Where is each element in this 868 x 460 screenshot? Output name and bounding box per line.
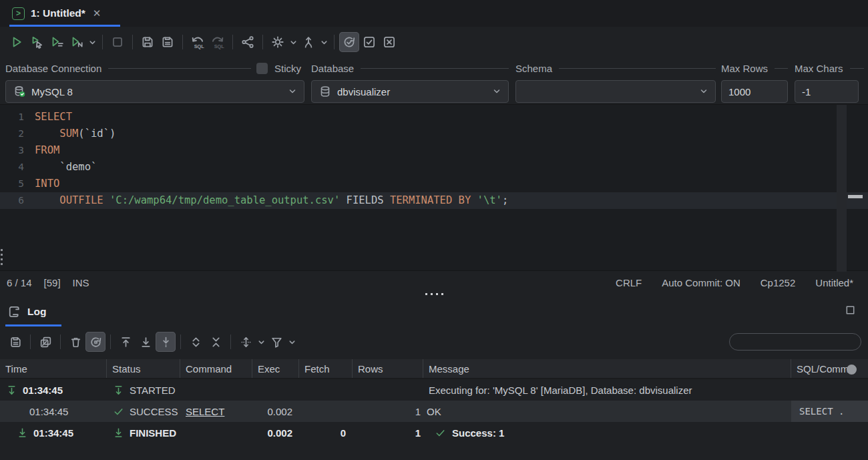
close-tab-icon[interactable]: ✕ xyxy=(91,7,103,19)
log-sql xyxy=(791,422,868,443)
error-stripe-current-mark[interactable] xyxy=(848,195,863,198)
toolbar-separator xyxy=(110,334,111,349)
caret-position: 6 / 14 xyxy=(7,277,32,288)
log-tab-title: Log xyxy=(27,306,46,318)
editor-tab-bar: > 1: Untitled* ✕ xyxy=(0,0,868,27)
database-field-label: Database xyxy=(311,63,509,74)
column-header-message[interactable]: Message xyxy=(423,359,791,378)
column-header-rows[interactable]: Rows xyxy=(353,359,423,378)
stop-icon xyxy=(110,35,125,49)
editor-line-4: 4 `demo` xyxy=(0,159,868,176)
label-rule xyxy=(559,68,716,69)
log-rows: 1 xyxy=(353,422,423,443)
row-spacing-chevron-icon[interactable] xyxy=(256,332,266,352)
execute-menu-chevron-icon[interactable] xyxy=(87,32,97,52)
tab-untitled[interactable]: > 1: Untitled* ✕ xyxy=(9,0,105,27)
encoding[interactable]: Cp1252 xyxy=(761,277,796,288)
sql-commander-toolbar: SQL SQL xyxy=(0,27,868,57)
filter-button[interactable] xyxy=(266,332,286,352)
log-tab-bar: Log xyxy=(0,299,868,326)
left-splitter-grip[interactable] xyxy=(1,249,3,265)
stop-button[interactable] xyxy=(107,32,128,52)
database-connection-icon xyxy=(13,85,26,98)
copy-log-button[interactable] xyxy=(35,332,55,352)
trash-icon xyxy=(69,335,83,349)
settings-chevron-icon[interactable] xyxy=(288,32,298,52)
log-rows: 1 xyxy=(353,401,423,422)
execute-script-button[interactable] xyxy=(47,32,67,52)
editor-scrollbar[interactable] xyxy=(837,105,847,272)
toolbar-separator xyxy=(232,35,233,49)
execute-current-button[interactable] xyxy=(27,32,47,52)
clear-log-button[interactable] xyxy=(65,332,85,352)
database-value: dbvisualizer xyxy=(337,86,487,97)
max-rows-control xyxy=(721,80,788,103)
splitter-handle[interactable] xyxy=(0,291,868,296)
maximize-panel-button[interactable] xyxy=(845,304,856,316)
commit-button[interactable] xyxy=(359,32,379,52)
sticky-checkbox[interactable] xyxy=(256,63,268,74)
column-header-exec[interactable]: Exec xyxy=(252,359,299,378)
rollback-button[interactable] xyxy=(379,32,399,52)
label-rule xyxy=(108,68,251,69)
log-row-finished[interactable]: 01:34:45 FINISHED 0.002 0 1 Success: 1 xyxy=(0,422,868,443)
settings-button[interactable] xyxy=(268,32,288,52)
undo-sql-icon: SQL xyxy=(189,34,206,50)
chevron-down-icon xyxy=(699,87,708,96)
tail-follow-toggle-button[interactable] xyxy=(156,332,176,352)
save-log-button[interactable] xyxy=(5,332,25,352)
database-select[interactable]: dbvisualizer xyxy=(311,80,509,103)
log-search-input[interactable] xyxy=(740,336,861,347)
log-command-link[interactable]: SELECT xyxy=(186,406,224,417)
auto-commit-toggle-button[interactable] xyxy=(339,32,359,52)
play-cursor-icon xyxy=(29,35,44,49)
log-status: STARTED xyxy=(130,385,176,396)
schema-select[interactable] xyxy=(515,80,716,103)
column-header-status[interactable]: Status xyxy=(107,359,180,378)
log-command xyxy=(180,379,252,401)
max-rows-input[interactable] xyxy=(728,86,781,97)
column-header-fetch[interactable]: Fetch xyxy=(299,359,353,378)
column-header-command[interactable]: Command xyxy=(180,359,252,378)
editor-line-5: 5 INTO xyxy=(0,176,868,192)
share-graph-button[interactable] xyxy=(238,32,258,52)
grid-settings-button[interactable] xyxy=(847,365,857,375)
sql-editor[interactable]: 1 SELECT 2 SUM(`id`) 3 FROM 4 `demo` 5 I… xyxy=(0,104,868,271)
expand-rows-button[interactable] xyxy=(186,332,206,352)
collapse-rows-button[interactable] xyxy=(206,332,226,352)
column-header-time[interactable]: Time xyxy=(0,359,107,378)
save-button[interactable] xyxy=(138,32,158,52)
tab-log[interactable]: Log xyxy=(7,299,46,324)
log-rows xyxy=(353,379,423,401)
execute-button[interactable] xyxy=(7,32,27,52)
auto-commit-status[interactable]: Auto Commit: ON xyxy=(662,277,740,288)
toolbar-separator xyxy=(30,334,31,349)
scroll-to-top-button[interactable] xyxy=(116,332,136,352)
log-time: 01:34:45 xyxy=(23,385,63,396)
filter-funnel-icon xyxy=(270,335,284,349)
merge-button[interactable] xyxy=(298,32,318,52)
save-as-button[interactable] xyxy=(158,32,178,52)
execute-explain-button[interactable] xyxy=(67,32,87,52)
line-ending[interactable]: CRLF xyxy=(616,277,642,288)
log-row-success[interactable]: 01:34:45 SUCCESS SELECT 0.002 1 OK SELEC… xyxy=(0,401,868,422)
line-number: 6 xyxy=(0,192,24,209)
max-chars-input[interactable] xyxy=(802,86,851,97)
label-rule xyxy=(361,68,509,69)
tab-title: 1: Untitled* xyxy=(31,7,85,19)
play-explain-icon xyxy=(69,35,84,49)
toolbar-separator xyxy=(102,35,103,49)
row-spacing-button[interactable] xyxy=(236,332,256,352)
undo-sql-button[interactable]: SQL xyxy=(188,32,208,52)
editor-line-2: 2 SUM(`id`) xyxy=(0,126,868,142)
scroll-to-bottom-button[interactable] xyxy=(136,332,156,352)
auto-refresh-toggle-button[interactable] xyxy=(85,332,105,352)
log-command xyxy=(180,422,252,443)
log-exec: 0.002 xyxy=(252,401,299,422)
file-name: Untitled* xyxy=(815,277,853,288)
log-row-started[interactable]: 01:34:45 STARTED Executing for: 'MySQL 8… xyxy=(0,379,868,401)
connection-select[interactable]: MySQL 8 xyxy=(5,80,304,103)
redo-sql-button[interactable]: SQL xyxy=(208,32,228,52)
merge-chevron-icon[interactable] xyxy=(318,32,329,52)
filter-chevron-icon[interactable] xyxy=(286,332,297,352)
